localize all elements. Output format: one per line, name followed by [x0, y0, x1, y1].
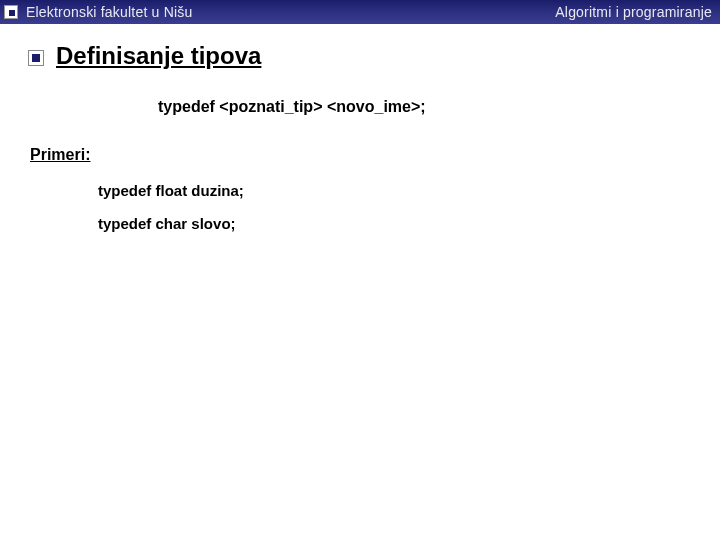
institution-name: Elektronski fakultet u Nišu [26, 4, 192, 20]
title-row: Definisanje tipova [28, 42, 692, 70]
example-line: typedef char slovo; [98, 215, 692, 232]
title-bullet-icon [28, 50, 44, 66]
syntax-definition: typedef <poznati_tip> <novo_ime>; [158, 98, 692, 116]
examples-heading: Primeri: [30, 146, 692, 164]
slide-header: Elektronski fakultet u Nišu Algoritmi i … [0, 0, 720, 24]
example-line: typedef float duzina; [98, 182, 692, 199]
header-bullet-icon [4, 5, 18, 19]
header-left-group: Elektronski fakultet u Nišu [4, 4, 192, 20]
slide-title: Definisanje tipova [56, 42, 261, 70]
course-name: Algoritmi i programiranje [555, 4, 712, 20]
slide-content: Definisanje tipova typedef <poznati_tip>… [0, 24, 720, 232]
